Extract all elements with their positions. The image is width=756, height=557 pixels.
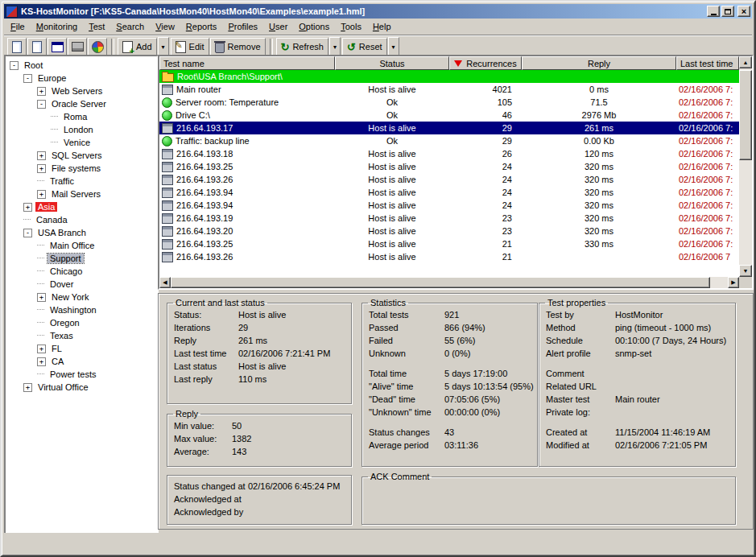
menu-item-file[interactable]: File [5, 19, 31, 35]
table-row[interactable]: 216.64.193.26Host is alive24320 ms02/16/… [159, 173, 739, 186]
file-button[interactable] [27, 38, 47, 56]
folder-path-row[interactable]: Root\USA Branch\Support\ [159, 70, 739, 83]
add-dropdown-arrow[interactable]: ▾ [158, 37, 169, 57]
tree-item-europe[interactable]: -Europe [6, 72, 157, 85]
scroll-down-button[interactable]: ▼ [739, 265, 752, 277]
expand-plus-icon[interactable]: + [37, 357, 46, 366]
tree-item-root[interactable]: -Root [6, 59, 157, 72]
menu-item-test[interactable]: Test [83, 19, 110, 35]
table-row[interactable]: 216.64.193.94Host is alive24320 ms02/16/… [159, 199, 739, 212]
tree-item-file-systems[interactable]: +File systems [6, 162, 157, 175]
tree-item-london[interactable]: London [6, 123, 157, 136]
new-file-button[interactable] [7, 38, 27, 56]
tree-item-main-office[interactable]: Main Office [6, 239, 157, 252]
expand-plus-icon[interactable]: + [37, 151, 46, 160]
table-row[interactable]: Main routerHost is alive40210 ms02/16/20… [159, 83, 739, 96]
tree-item-new-york[interactable]: +New York [6, 291, 157, 303]
test-name-text: 216.64.193.26 [176, 250, 233, 263]
tree-item-virtual-office[interactable]: +Virtual Office [6, 381, 157, 394]
expand-plus-icon[interactable]: + [37, 87, 46, 96]
table-row[interactable]: 216.64.193.19Host is alive23320 ms02/16/… [159, 212, 739, 225]
expand-plus-icon[interactable]: + [37, 190, 46, 199]
menu-item-profiles[interactable]: Profiles [222, 19, 263, 35]
tree-item-venice[interactable]: Venice [6, 136, 157, 149]
expand-plus-icon[interactable]: + [23, 203, 32, 212]
reset-button[interactable]: Reset [342, 38, 387, 56]
tree-item-traffic[interactable]: Traffic [6, 175, 157, 188]
tree-item-ca[interactable]: +CA [6, 355, 157, 368]
table-row[interactable]: 216.64.193.20Host is alive23320 ms02/16/… [159, 225, 739, 237]
expand-minus-icon[interactable]: - [10, 61, 19, 70]
tree-item-oracle-server[interactable]: -Oracle Server [6, 97, 157, 110]
column-header-reply[interactable]: Reply [522, 56, 676, 70]
table-row[interactable]: Traffic: backup lineOk290.00 Kb02/16/200… [159, 134, 739, 147]
vertical-scroll-thumb[interactable] [739, 70, 752, 160]
expand-minus-icon[interactable]: - [23, 229, 32, 237]
tree-item-label: File systems [49, 163, 103, 173]
scroll-up-button[interactable]: ▲ [739, 56, 752, 68]
expand-minus-icon[interactable]: - [23, 74, 32, 83]
remove-button[interactable]: Remove [210, 38, 266, 56]
field-value: 02/16/2006 7:21:41 PM [238, 347, 330, 360]
menu-item-search[interactable]: Search [110, 19, 150, 35]
expand-minus-icon[interactable]: - [37, 100, 46, 109]
table-row[interactable]: 216.64.193.94Host is alive24320 ms02/16/… [159, 186, 739, 199]
column-header-test-name[interactable]: Test name [159, 56, 335, 70]
report-button[interactable] [48, 38, 67, 56]
menu-item-user[interactable]: User [263, 19, 293, 35]
tree-item-usa-branch[interactable]: -USA Branch [6, 226, 157, 239]
menu-item-reports[interactable]: Reports [180, 19, 223, 35]
table-row[interactable]: 216.64.193.25Host is alive21330 ms02/16/… [159, 237, 739, 250]
expand-plus-icon[interactable]: + [23, 383, 32, 392]
title-bar[interactable]: KS-HostMonitor [F:\KS5-Canada\HostMon40\… [4, 4, 752, 19]
tree-item-dover[interactable]: Dover [6, 278, 157, 291]
tree-item-fl[interactable]: +FL [6, 342, 157, 355]
table-row[interactable]: 216.64.193.25Host is alive24320 ms02/16/… [159, 160, 739, 173]
column-header-last-test-time[interactable]: Last test time [676, 56, 739, 70]
add-button[interactable]: Add [118, 38, 157, 56]
cell-status: Host is alive [335, 186, 449, 199]
colors-button[interactable] [88, 38, 107, 56]
expand-plus-icon[interactable]: + [37, 345, 46, 353]
scroll-left-button[interactable]: ◀ [159, 277, 171, 288]
tree-item-washington[interactable]: Washington [6, 303, 157, 316]
refresh-button[interactable]: Refresh [276, 38, 328, 56]
reset-dropdown-arrow[interactable]: ▾ [388, 37, 399, 57]
column-header-status[interactable]: Status [335, 56, 449, 70]
tree-item-canada[interactable]: Canada [6, 213, 157, 226]
tree-item-chicago[interactable]: Chicago [6, 265, 157, 278]
table-row[interactable]: 216.64.193.18Host is alive26120 ms02/16/… [159, 147, 739, 160]
table-row[interactable]: 216.64.193.26Host is alive2102/16/2006 7 [159, 250, 739, 263]
tree-item-asia[interactable]: +Asia [6, 200, 157, 213]
refresh-dropdown-arrow[interactable]: ▾ [329, 37, 341, 57]
tree-item-texas[interactable]: Texas [6, 329, 157, 342]
tree-item-sql-servers[interactable]: +SQL Servers [6, 149, 157, 162]
close-button[interactable] [737, 6, 750, 17]
edit-button[interactable]: Edit [171, 38, 209, 56]
vertical-scrollbar[interactable]: ▲ ▼ [739, 56, 752, 277]
tree-item-oregon[interactable]: Oregon [6, 316, 157, 329]
menu-item-help[interactable]: Help [367, 19, 397, 35]
horizontal-scroll-thumb[interactable] [171, 277, 710, 288]
table-row[interactable]: Server room: TemperatureOk10571.502/16/2… [159, 96, 739, 109]
maximize-button[interactable] [721, 6, 734, 17]
table-row[interactable]: Drive C:\Ok462976 Mb02/16/2006 7: [159, 109, 739, 122]
column-header-recurrences[interactable]: Recurrences [449, 56, 522, 70]
tree-item-web-servers[interactable]: +Web Servers [6, 85, 157, 97]
tree-item-mail-servers[interactable]: +Mail Servers [6, 188, 157, 200]
tree-item-power-tests[interactable]: Power tests [6, 368, 157, 381]
printer-button[interactable] [68, 38, 87, 56]
menu-item-options[interactable]: Options [293, 19, 335, 35]
horizontal-scrollbar[interactable]: ◀ ▶ [159, 277, 739, 288]
menu-item-tools[interactable]: Tools [335, 19, 367, 35]
tree-item-roma[interactable]: Roma [6, 110, 157, 123]
expand-plus-icon[interactable]: + [37, 164, 46, 173]
minimize-button[interactable] [707, 6, 720, 17]
menu-item-monitoring[interactable]: Monitoring [31, 19, 83, 35]
printer-icon [72, 42, 84, 52]
tree-item-support[interactable]: Support [6, 252, 157, 265]
scroll-right-button[interactable]: ▶ [728, 277, 739, 288]
table-row[interactable]: 216.64.193.17Host is alive29261 ms02/16/… [159, 122, 739, 134]
expand-plus-icon[interactable]: + [37, 293, 46, 302]
menu-item-view[interactable]: View [150, 19, 180, 35]
